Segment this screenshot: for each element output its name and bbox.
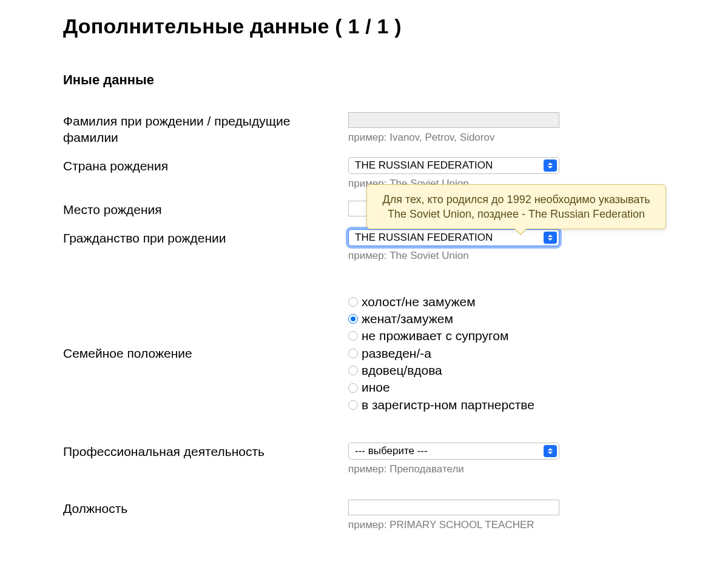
marital-status-option[interactable]: не проживает с супругом	[348, 327, 534, 344]
hint-birth-citizenship: пример: The Soviet Union	[348, 250, 559, 262]
radio-icon	[348, 400, 358, 410]
marital-status-option-label: вдовец/вдова	[362, 362, 442, 379]
form-page: Дополнительные данные ( 1 / 1 ) Иные дан…	[0, 0, 728, 572]
profession-value: --- выберите ---	[355, 445, 428, 457]
updown-icon	[544, 445, 557, 457]
marital-status-option-label: разведен/-а	[362, 345, 431, 362]
birth-country-select[interactable]: THE RUSSIAN FEDERATION	[348, 157, 559, 174]
marital-status-option[interactable]: холост/не замужем	[348, 293, 534, 310]
birth-citizenship-value: THE RUSSIAN FEDERATION	[355, 232, 493, 244]
row-marital-status: Семейное положение холост/не замужемжена…	[63, 293, 728, 414]
marital-status-option-label: холост/не замужем	[362, 293, 476, 310]
radio-icon	[348, 297, 358, 307]
radio-icon	[348, 366, 358, 375]
radio-icon	[348, 314, 358, 324]
row-profession: Профессиональная деятельность --- выбери…	[63, 443, 728, 475]
birth-surname-input[interactable]	[348, 112, 559, 128]
position-input[interactable]	[348, 500, 559, 515]
label-birth-citizenship: Гражданство при рождении	[63, 229, 348, 247]
row-birth-citizenship: Гражданство при рождении THE RUSSIAN FED…	[63, 229, 728, 262]
label-birth-country: Страна рождения	[63, 157, 348, 175]
label-birth-surname: Фамилия при рождении / предыдущие фамили…	[63, 112, 348, 146]
hint-birth-surname: пример: Ivanov, Petrov, Sidorov	[348, 132, 559, 144]
marital-status-option[interactable]: вдовец/вдова	[348, 362, 534, 379]
marital-status-radio-group: холост/не замужемженат/замужемне прожива…	[348, 293, 534, 414]
profession-select[interactable]: --- выберите ---	[348, 443, 559, 460]
radio-icon	[348, 331, 358, 341]
row-position: Должность пример: PRIMARY SCHOOL TEACHER	[63, 500, 728, 531]
birth-citizenship-tooltip: Для тех, кто родился до 1992 необходимо …	[366, 184, 666, 230]
updown-icon	[544, 232, 557, 244]
birth-citizenship-select[interactable]: THE RUSSIAN FEDERATION	[348, 229, 559, 246]
label-birth-place: Место рождения	[63, 201, 348, 218]
birth-country-value: THE RUSSIAN FEDERATION	[355, 159, 493, 172]
radio-icon	[348, 349, 358, 358]
marital-status-option[interactable]: в зарегистр-ном партнерстве	[348, 397, 534, 414]
label-position: Должность	[63, 500, 348, 517]
marital-status-option-label: иное	[362, 379, 390, 396]
marital-status-option[interactable]: разведен/-а	[348, 345, 534, 362]
row-birth-surname: Фамилия при рождении / предыдущие фамили…	[63, 112, 728, 146]
label-marital-status: Семейное положение	[63, 293, 348, 362]
radio-icon	[348, 383, 358, 393]
marital-status-option[interactable]: женат/замужем	[348, 310, 534, 327]
marital-status-option-label: женат/замужем	[362, 310, 453, 327]
page-title: Дополнительные данные ( 1 / 1 )	[63, 15, 728, 38]
hint-position: пример: PRIMARY SCHOOL TEACHER	[348, 519, 559, 531]
updown-icon	[544, 159, 557, 172]
marital-status-option[interactable]: иное	[348, 379, 534, 396]
section-title: Иные данные	[63, 72, 728, 88]
marital-status-option-label: в зарегистр-ном партнерстве	[362, 397, 534, 414]
marital-status-option-label: не проживает с супругом	[362, 327, 508, 344]
label-profession: Профессиональная деятельность	[63, 443, 348, 460]
hint-profession: пример: Преподаватели	[348, 463, 559, 475]
